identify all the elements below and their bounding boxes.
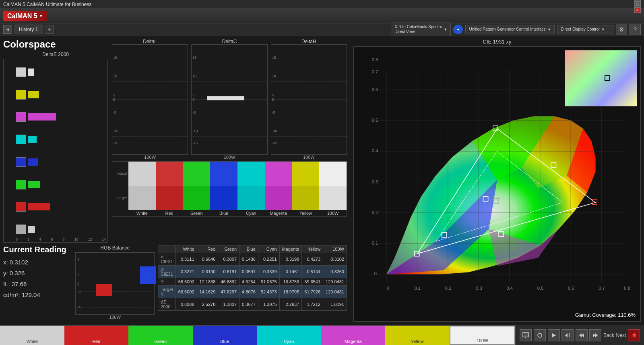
- colorimeter-dropdown[interactable]: X-Rite ColorMunki SpectroDirect View ▼: [391, 23, 451, 36]
- green-swatch-label: Green: [183, 210, 211, 216]
- magenta-swatch-label: Magenta: [265, 210, 292, 216]
- table-row: x: CIE31 0.3111 0.6646 0.3007 0.1486 0.2…: [158, 253, 347, 266]
- next-label: Next: [616, 333, 626, 338]
- rgb-red-bar: [96, 284, 112, 296]
- svg-text:0.8: 0.8: [624, 286, 630, 291]
- maximize-button[interactable]: □: [634, 2, 641, 7]
- svg-marker-57: [552, 333, 556, 337]
- svg-marker-61: [582, 333, 584, 337]
- svg-text:0.2: 0.2: [372, 210, 378, 215]
- y-value: 0.326: [10, 270, 25, 276]
- settings-button[interactable]: ⚙: [616, 24, 627, 35]
- display-label: Direct Display Control: [561, 27, 600, 31]
- table-row: ΔE 2000 0.8288 2.5278 1.3807 0.3677 1.30…: [158, 298, 347, 311]
- add-tab-button[interactable]: +: [45, 25, 54, 34]
- magenta-bar: [28, 113, 56, 121]
- display-dropdown[interactable]: Direct Display Control ▼: [557, 25, 613, 33]
- close-button[interactable]: ✕: [634, 7, 641, 13]
- svg-marker-58: [565, 333, 568, 337]
- row-label-de2000: ΔE 2000: [158, 298, 176, 311]
- colorimeter-connect-button[interactable]: ●: [453, 25, 463, 34]
- window-title: CalMAN 5 CalMAN Ultimate for Business: [3, 2, 91, 7]
- white-actual-swatch: [128, 162, 156, 186]
- gamut-coverage-label: Gamut Coverage: 110.6%: [575, 312, 636, 318]
- y-reading: y: 0.326: [3, 268, 72, 278]
- reading-values: x: 0.3102 y: 0.326 fL: 37.66 cd/m²: 129.…: [3, 257, 72, 300]
- row-label-targetY: Target Y: [158, 286, 176, 298]
- colorimeter-label: X-Rite ColorMunki SpectroDirect View: [394, 25, 442, 34]
- display-toggle-button[interactable]: [520, 329, 532, 341]
- cie-chart-container: 0 0.1 0.2 0.3 0.4 0.5 0.6 0.7 0.8 0 0.1 …: [353, 46, 641, 322]
- y-label: y:: [3, 270, 8, 276]
- red-swatch: [16, 202, 26, 212]
- deltae-row-yellow: [16, 90, 106, 100]
- svg-text:0: 0: [374, 271, 377, 276]
- delta-charts-section: DeltaL 15 10: [112, 39, 347, 243]
- svg-marker-63: [595, 333, 598, 337]
- deltae-row-magenta: [16, 112, 106, 122]
- play-button[interactable]: [548, 329, 560, 341]
- 100w-swatch-label: 100W: [319, 210, 347, 216]
- left-panel: Colorspace DeltaE 2000: [0, 35, 350, 325]
- colorbar-cyan[interactable]: Cyan: [257, 326, 321, 345]
- record-button[interactable]: [534, 329, 546, 341]
- help-button[interactable]: ?: [630, 24, 641, 35]
- skip-back-button[interactable]: [561, 329, 574, 341]
- fL-reading: fL: 37.66: [3, 278, 72, 289]
- deltaC-area: 15 10 5 0 -5 -10 -15: [191, 44, 267, 155]
- swatch-red: Red: [156, 162, 183, 216]
- svg-point-56: [538, 333, 542, 337]
- deltaH-chart: DeltaH 15 10 5 0: [271, 39, 347, 160]
- gamut-inset: [565, 50, 637, 106]
- deltaL-title: DeltaL: [143, 39, 157, 44]
- bottom-colorbar: White Red Green Blue Cyan Magenta Yellow…: [0, 325, 515, 345]
- deltaC-bar-white: [207, 96, 245, 100]
- deltae-row-red: [16, 202, 106, 212]
- colorbar-red[interactable]: Red: [64, 326, 129, 345]
- deltae-section: Colorspace DeltaE 2000: [3, 39, 108, 243]
- colorspace-title: Colorspace: [3, 39, 108, 50]
- colorbar-yellow[interactable]: Yellow: [385, 326, 450, 345]
- svg-text:0.5: 0.5: [537, 286, 544, 291]
- svg-text:0.6: 0.6: [568, 286, 574, 291]
- right-panel: CIE 1931 xy: [350, 35, 644, 325]
- delta-charts-row: DeltaL 15 10: [112, 39, 347, 160]
- svg-text:0.4: 0.4: [506, 286, 513, 291]
- stop-button[interactable]: ✱: [628, 329, 640, 341]
- back-nav-button[interactable]: ◄: [3, 25, 12, 34]
- cyan-swatch-label: Cyan: [237, 210, 265, 216]
- colorbar-white[interactable]: White: [0, 326, 64, 345]
- logo-text: CalMAN 5: [7, 12, 37, 20]
- deltaL-chart: DeltaL 15 10: [112, 39, 188, 160]
- forward-button[interactable]: [589, 329, 601, 341]
- titlebar: CalMAN 5 CalMAN Ultimate for Business — …: [0, 0, 644, 9]
- menubar: CalMAN 5 ▼: [0, 9, 644, 23]
- 100w-swatch: [16, 224, 26, 234]
- logo-dropdown-icon: ▼: [39, 14, 43, 18]
- colorbar-100w[interactable]: 100W: [450, 326, 516, 345]
- deltae-row-100w: [16, 224, 106, 234]
- color-swatches: Actual Target White Red: [112, 161, 347, 217]
- colorbar-blue[interactable]: Blue: [193, 326, 257, 345]
- svg-text:✱: ✱: [632, 332, 637, 339]
- current-reading-title: Current Reading: [3, 245, 72, 254]
- pattern-gen-dropdown[interactable]: Unified Pattern Generator Control Interf…: [465, 25, 555, 33]
- fL-label: fL:: [3, 281, 10, 287]
- cdm2-reading: cd/m²: 129.04: [3, 289, 72, 300]
- svg-text:0.8: 0.8: [372, 57, 378, 62]
- colorbar-magenta[interactable]: Magenta: [321, 326, 386, 345]
- swatch-magenta: Magenta: [265, 162, 292, 216]
- deltaL-grid: [112, 45, 188, 154]
- 100w-actual-swatch: [319, 162, 347, 186]
- blue-swatch: [16, 157, 26, 167]
- svg-marker-62: [593, 333, 595, 337]
- deltaH-area: 15 10 5 0 -5 -10 -15: [271, 44, 347, 155]
- history-tab[interactable]: History 1: [14, 25, 43, 34]
- green-actual-swatch: [183, 162, 211, 186]
- svg-text:0.7: 0.7: [372, 69, 378, 74]
- rewind-button[interactable]: [576, 329, 588, 341]
- app-logo[interactable]: CalMAN 5 ▼: [3, 11, 47, 21]
- deltae-row-blue: [16, 157, 106, 167]
- deltaL-label: 100W: [144, 155, 156, 160]
- colorbar-green[interactable]: Green: [128, 326, 193, 345]
